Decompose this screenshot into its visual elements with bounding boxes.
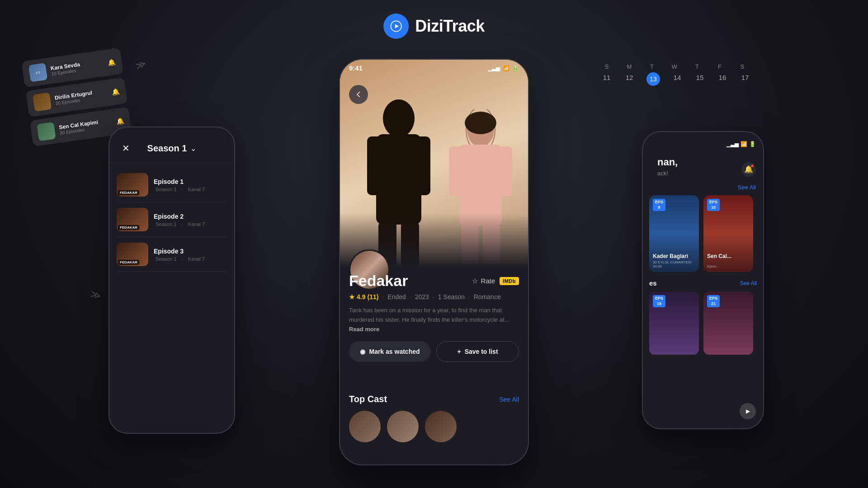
calendar-dates-row: 11 12 13 14 15 16 17 <box>601 74 750 86</box>
rating-value: 4.9 <box>357 293 365 300</box>
save-label: Save to list <box>465 348 498 355</box>
meta-dot-3: · <box>433 293 434 300</box>
back-button[interactable] <box>349 85 368 104</box>
episode-item-2[interactable]: FEDAKAR Episode 2 Season 1 · Kanal 7 <box>117 202 227 237</box>
right-bottom-see-all[interactable]: See All <box>740 280 757 286</box>
cast-see-all-link[interactable]: See All <box>499 396 519 403</box>
episode-thumb-1: FEDAKAR <box>117 173 148 197</box>
show-status: Ended <box>387 293 406 300</box>
signal-icon: ▁▃▅ <box>488 65 500 71</box>
notif-text-1: Kara Sevda 10 Episodes <box>50 58 104 76</box>
plus-icon: + <box>457 348 461 355</box>
episode-list: FEDAKAR Episode 1 Season 1 · Kanal 7 FED… <box>109 163 234 277</box>
episode-thumb-label-1: FEDAKAR <box>118 190 139 195</box>
svg-point-2 <box>383 99 415 137</box>
right-bottom-card-1[interactable]: EPS 19 <box>649 291 699 355</box>
right-greeting-block: nan, ack! <box>650 156 685 182</box>
eps-label-1: EPS <box>655 200 663 205</box>
episode-meta-3: Season 1 · Kanal 7 <box>154 256 227 262</box>
day-t2: T <box>692 63 703 70</box>
notif-text-3: Sen Cal Kapimi 30 Episodes <box>58 117 112 135</box>
status-time: 9:41 <box>349 64 363 72</box>
episode-item-1[interactable]: FEDAKAR Episode 1 Season 1 · Kanal 7 <box>117 168 227 202</box>
notif-thumb-2 <box>33 92 52 112</box>
rate-button[interactable]: ☆ Rate <box>472 277 495 285</box>
read-more-link[interactable]: Read more <box>349 326 379 333</box>
watched-icon: ◉ <box>360 348 365 355</box>
show-rating: ★ 4.9 (11) <box>349 293 378 300</box>
episode-info-2: Episode 2 Season 1 · Kanal 7 <box>154 213 227 227</box>
date-13-active[interactable]: 13 <box>646 72 660 86</box>
right-battery-icon: 🔋 <box>749 141 756 147</box>
notif-bell-1: 🔔 <box>107 58 116 66</box>
play-icon-right: ▶ <box>746 408 750 414</box>
right-bottom-section-header: es See All <box>649 279 757 287</box>
day-s2: S <box>737 63 748 70</box>
right-bottom-eps-label-1: EPS <box>655 296 663 301</box>
watched-label: Mark as watched <box>369 348 420 355</box>
calendar-widget: S M T W T F S 11 12 13 14 15 16 17 <box>601 63 750 86</box>
top-cast-title: Top Cast <box>349 394 387 404</box>
date-15[interactable]: 15 <box>694 74 705 86</box>
right-bottom-eps-num-1: 19 <box>655 301 663 307</box>
date-12[interactable]: 12 <box>624 74 635 86</box>
season-chevron-icon: ⌄ <box>190 144 196 153</box>
right-phone: ▁▃▅ 📶 🔋 nan, ack! 🔔 See All EPS 8 Kader … <box>642 131 764 429</box>
battery-icon: 🔋 <box>512 65 519 71</box>
center-phone: 9:41 ▁▃▅ 📶 🔋 Fedakar ☆ Rate IMDb <box>339 59 529 465</box>
top-cast-section: Top Cast See All <box>340 394 528 442</box>
save-to-list-button[interactable]: + Save to list <box>436 341 519 362</box>
star-icon: ☆ <box>472 277 478 285</box>
right-bottom-cards: EPS 19 EPS 21 <box>649 291 757 355</box>
episode-title-2: Episode 2 <box>154 213 227 220</box>
calendar-day-labels: S M T W T F S <box>601 63 750 70</box>
date-14[interactable]: 14 <box>672 74 683 86</box>
right-bottom-eps-label-2: EPS <box>709 296 717 301</box>
right-card-kader-baglari[interactable]: EPS 8 Kader Baglari 30 EYLÜL CUMARTESI 2… <box>649 195 699 272</box>
day-s1: S <box>601 63 612 70</box>
date-17[interactable]: 17 <box>740 74 750 86</box>
mark-watched-button[interactable]: ◉ Mark as watched <box>349 341 431 362</box>
notif-bell-2: 🔔 <box>112 88 120 96</box>
meta-dot-4: · <box>468 293 470 300</box>
right-card-sen-cal[interactable]: EPS 10 Sen Cal... Episo... <box>703 195 753 272</box>
status-bar: 9:41 ▁▃▅ 📶 🔋 <box>349 64 519 72</box>
show-meta: ★ 4.9 (11) · Ended · 2023 · 1 Season · R… <box>349 293 519 300</box>
right-bottom-card-2[interactable]: EPS 21 <box>703 291 753 355</box>
right-greeting-row: nan, ack! 🔔 <box>643 153 763 184</box>
episode-title-1: Episode 1 <box>154 178 227 185</box>
notification-bell-button[interactable]: 🔔 <box>741 162 756 177</box>
right-phone-header: ▁▃▅ 📶 🔋 <box>643 132 763 153</box>
eps-num-2: 10 <box>709 205 717 211</box>
eps-num-1: 8 <box>655 205 663 211</box>
episode-thumb-3: FEDAKAR <box>117 243 148 266</box>
close-button[interactable]: ✕ <box>118 141 133 155</box>
action-buttons: ◉ Mark as watched + Save to list <box>349 341 519 362</box>
right-see-all[interactable]: See All <box>643 184 763 191</box>
play-button-right[interactable]: ▶ <box>740 403 756 419</box>
eps-label-2: EPS <box>709 200 717 205</box>
left-phone: ✕ Season 1 ⌄ FEDAKAR Episode 1 Season 1 … <box>108 127 235 434</box>
right-status-bar: ▁▃▅ 📶 🔋 <box>726 141 756 147</box>
date-11[interactable]: 11 <box>601 74 612 86</box>
day-f: F <box>714 63 725 70</box>
season-label: Season 1 <box>147 143 187 154</box>
star-filled-icon: ★ <box>349 293 355 300</box>
episode-thumb-2: FEDAKAR <box>117 208 148 231</box>
right-card-title-2: Sen Cal... <box>707 253 750 259</box>
right-card-date-1: 30 EYLÜL CUMARTESI 20:00 <box>653 260 695 268</box>
description-text: Tarık has been on a mission for a year, … <box>349 307 509 323</box>
season-selector[interactable]: Season 1 ⌄ <box>147 143 197 154</box>
hero-image <box>340 60 528 267</box>
episode-item-3[interactable]: FEDAKAR Episode 3 Season 1 · Kanal 7 <box>117 237 227 272</box>
meta-dot-1: · <box>382 293 384 300</box>
svg-rect-4 <box>367 136 383 195</box>
show-title: Fedakar <box>349 272 408 290</box>
cast-avatar-1 <box>349 411 381 442</box>
svg-marker-1 <box>395 24 399 28</box>
show-seasons: 1 Season <box>438 293 465 300</box>
date-16[interactable]: 16 <box>717 74 728 86</box>
wifi-icon: 📶 <box>503 65 509 71</box>
rating-count: (11) <box>367 293 378 300</box>
right-wifi-icon: 📶 <box>741 141 747 147</box>
